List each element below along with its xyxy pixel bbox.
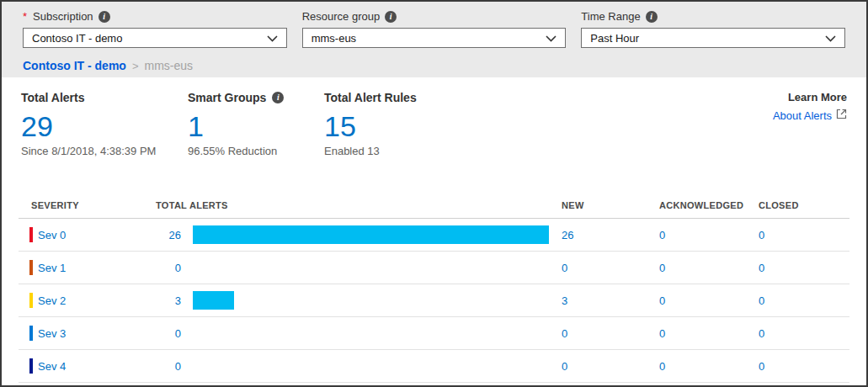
about-alerts-link-text: About Alerts <box>773 109 832 122</box>
total-alerts-bar <box>193 225 549 244</box>
external-link-icon <box>836 109 847 122</box>
severity-cell: Sev 0 <box>19 227 156 242</box>
table-header-row: SEVERITY TOTAL ALERTS NEW ACKNOWLEDGED C… <box>19 193 849 219</box>
chevron-down-icon <box>825 32 836 45</box>
time-range-filter: Time Range i Past Hour <box>581 10 845 48</box>
total-alerts-value[interactable]: 3 <box>156 294 193 307</box>
alerts-table-body: Sev 0 26 26 0 0 Sev 1 0 0 0 0 Sev 2 3 3 <box>19 219 849 383</box>
acknowledged-value[interactable]: 0 <box>659 294 759 307</box>
table-row: Sev 0 26 26 0 0 <box>19 219 849 252</box>
table-row: Sev 2 3 3 0 0 <box>19 284 849 317</box>
severity-cell: Sev 3 <box>19 326 156 341</box>
total-alerts-caption: Since 8/1/2018, 4:38:39 PM <box>21 145 188 157</box>
smart-groups-caption: 96.55% Reduction <box>188 145 324 157</box>
smart-groups-count: 1 <box>188 110 324 142</box>
total-alerts-label: Total Alerts <box>21 91 188 104</box>
total-alerts-value[interactable]: 0 <box>156 360 193 373</box>
severity-color-chip <box>29 326 33 341</box>
severity-color-chip <box>29 293 33 308</box>
new-value[interactable]: 0 <box>562 360 659 373</box>
summary-stats: Total Alerts 29 Since 8/1/2018, 4:38:39 … <box>2 77 866 157</box>
total-alert-rules-caption: Enabled 13 <box>324 145 543 157</box>
chevron-down-icon <box>546 32 556 45</box>
subscription-label: * Subscription i <box>23 10 287 24</box>
new-value[interactable]: 0 <box>562 262 659 274</box>
required-asterisk: * <box>23 10 27 24</box>
filter-band: * Subscription i Contoso IT - demo Resou… <box>2 2 866 77</box>
breadcrumb: Contoso IT - demo > mms-eus <box>23 59 845 72</box>
severity-link[interactable]: Sev 1 <box>38 262 66 274</box>
filter-row: * Subscription i Contoso IT - demo Resou… <box>23 10 845 48</box>
resource-group-info-icon[interactable]: i <box>385 11 397 23</box>
subscription-filter: * Subscription i Contoso IT - demo <box>23 10 287 48</box>
resource-group-label-text: Resource group <box>302 10 381 24</box>
time-range-label-text: Time Range <box>581 10 640 24</box>
stat-total-alerts: Total Alerts 29 Since 8/1/2018, 4:38:39 … <box>21 91 188 157</box>
stat-total-alert-rules: Total Alert Rules 15 Enabled 13 <box>324 91 543 157</box>
acknowledged-value[interactable]: 0 <box>659 360 759 373</box>
total-alerts-bar-cell <box>193 225 562 244</box>
stat-smart-groups: Smart Groups i 1 96.55% Reduction <box>188 91 324 157</box>
learn-more-title: Learn More <box>773 91 847 103</box>
severity-cell: Sev 1 <box>19 260 156 275</box>
breadcrumb-resource-group: mms-eus <box>144 59 193 72</box>
header-total-alerts: TOTAL ALERTS <box>156 200 562 210</box>
acknowledged-value[interactable]: 0 <box>659 327 759 340</box>
new-value[interactable]: 0 <box>562 327 659 340</box>
total-alerts-bar-cell <box>193 291 562 310</box>
severity-link[interactable]: Sev 2 <box>38 294 66 307</box>
new-value[interactable]: 26 <box>562 229 659 241</box>
total-alerts-count: 29 <box>21 110 188 142</box>
time-range-label: Time Range i <box>581 10 845 24</box>
time-range-info-icon[interactable]: i <box>646 11 658 23</box>
closed-value[interactable]: 0 <box>759 229 849 241</box>
severity-link[interactable]: Sev 0 <box>38 229 66 241</box>
smart-groups-label-text: Smart Groups <box>188 91 266 104</box>
total-alerts-value[interactable]: 0 <box>156 327 193 340</box>
severity-link[interactable]: Sev 4 <box>38 360 66 373</box>
severity-table: SEVERITY TOTAL ALERTS NEW ACKNOWLEDGED C… <box>2 193 866 383</box>
severity-color-chip <box>29 260 33 275</box>
learn-more-block: Learn More About Alerts <box>773 91 847 157</box>
closed-value[interactable]: 0 <box>759 360 849 373</box>
acknowledged-value[interactable]: 0 <box>659 262 759 274</box>
smart-groups-label: Smart Groups i <box>188 91 324 104</box>
resource-group-select[interactable]: mms-eus <box>302 28 567 48</box>
severity-color-chip <box>29 358 33 374</box>
total-alerts-value[interactable]: 26 <box>156 229 193 241</box>
total-alerts-bar-cell <box>193 357 562 375</box>
header-new: NEW <box>562 200 659 210</box>
header-severity: SEVERITY <box>19 200 156 210</box>
resource-group-select-value: mms-eus <box>312 32 356 45</box>
smart-groups-info-icon[interactable]: i <box>272 92 284 103</box>
total-alerts-label-text: Total Alerts <box>21 91 84 104</box>
closed-value[interactable]: 0 <box>759 262 849 274</box>
subscription-select[interactable]: Contoso IT - demo <box>23 28 287 48</box>
about-alerts-link[interactable]: About Alerts <box>773 109 847 122</box>
severity-link[interactable]: Sev 3 <box>38 327 66 340</box>
subscription-label-text: Subscription <box>33 10 93 24</box>
total-alerts-bar-cell <box>193 324 562 342</box>
breadcrumb-subscription[interactable]: Contoso IT - demo <box>23 59 126 72</box>
total-alerts-bar-cell <box>193 258 562 277</box>
total-alerts-value[interactable]: 0 <box>156 262 193 274</box>
header-closed: CLOSED <box>759 200 849 210</box>
severity-cell: Sev 4 <box>19 358 156 374</box>
breadcrumb-separator-icon: > <box>132 60 139 72</box>
chevron-down-icon <box>267 32 278 45</box>
total-alert-rules-label: Total Alert Rules <box>324 91 543 104</box>
closed-value[interactable]: 0 <box>759 294 849 307</box>
time-range-select[interactable]: Past Hour <box>581 28 845 48</box>
total-alert-rules-count: 15 <box>324 110 543 142</box>
closed-value[interactable]: 0 <box>759 327 849 340</box>
severity-cell: Sev 2 <box>19 293 156 308</box>
subscription-info-icon[interactable]: i <box>99 11 110 23</box>
acknowledged-value[interactable]: 0 <box>659 229 759 241</box>
table-row: Sev 4 0 0 0 0 <box>19 350 849 383</box>
resource-group-label: Resource group i <box>302 10 567 24</box>
header-acknowledged: ACKNOWLEDGED <box>659 200 759 210</box>
total-alerts-bar <box>193 291 234 310</box>
new-value[interactable]: 3 <box>562 294 659 307</box>
total-alert-rules-label-text: Total Alert Rules <box>324 91 417 104</box>
subscription-select-value: Contoso IT - demo <box>32 32 122 45</box>
